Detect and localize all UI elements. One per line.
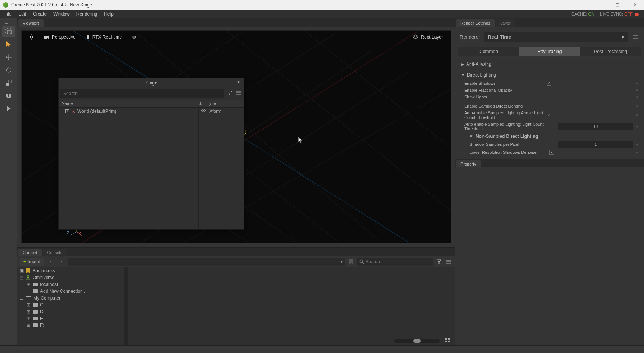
checkbox-fractional-opacity[interactable] (547, 88, 551, 92)
tab-property[interactable]: Property (456, 160, 481, 167)
window-maximize-button[interactable]: ▢ (611, 1, 623, 9)
viewport-settings-button[interactable] (26, 33, 37, 42)
svg-point-32 (203, 110, 204, 111)
section-direct-lighting[interactable]: ▼Direct Lighting (458, 70, 641, 80)
svg-point-20 (30, 36, 33, 38)
viewport-rendermode-button[interactable]: RTX Real-time (82, 33, 125, 41)
tool-play[interactable] (2, 103, 15, 114)
tab-viewport[interactable]: Viewport (18, 19, 44, 27)
nav-back-button[interactable]: ‹ (47, 258, 55, 266)
reset-dot-icon[interactable] (636, 83, 638, 84)
tree-item-omniverse[interactable]: ⊟Omniverse (17, 274, 128, 281)
tree-item-drive-f[interactable]: ⊞F: (17, 322, 128, 329)
stage-options-button[interactable] (235, 89, 243, 97)
content-filter-button[interactable] (435, 258, 443, 266)
viewport-area[interactable]: Perspective RTX Real-time Root Layer (17, 27, 455, 247)
checkbox-show-lights[interactable] (547, 95, 551, 99)
seg-postprocessing[interactable]: Post Processing (580, 47, 641, 56)
path-bar[interactable]: ▾ (68, 258, 345, 266)
expand-icon[interactable]: + (65, 109, 69, 113)
tool-move[interactable] (2, 52, 15, 63)
checkbox-enable-shadows[interactable] (547, 81, 551, 86)
tree-item-addconnection[interactable]: Add New Connection ... (17, 288, 128, 295)
stage-row-world[interactable]: + ⋏ World (defaultPrim) (59, 108, 198, 115)
window-minimize-button[interactable]: ― (593, 1, 605, 9)
import-button[interactable]: + Import (20, 258, 44, 266)
menu-window[interactable]: Window (50, 10, 73, 18)
thumbnail-size-slider[interactable] (394, 339, 440, 343)
content-options-button[interactable] (445, 258, 453, 266)
stage-header-name[interactable]: Name (62, 101, 198, 106)
svg-point-4 (6, 68, 11, 72)
content-main-area[interactable] (128, 267, 455, 345)
svg-rect-41 (448, 341, 450, 342)
window-close-button[interactable]: ✕ (630, 1, 641, 9)
svg-rect-40 (445, 341, 447, 342)
label-sampled-direct: Enable Sampled Direct Lighting (464, 104, 544, 108)
reset-dot-icon[interactable] (636, 105, 638, 107)
nav-forward-button[interactable]: › (57, 258, 65, 266)
viewport-camera-button[interactable]: Perspective (40, 33, 79, 41)
reset-dot-icon[interactable] (636, 89, 638, 91)
bookmark-button[interactable] (347, 258, 355, 266)
input-light-count-threshold[interactable]: 10 (558, 123, 633, 130)
reset-dot-icon[interactable] (636, 126, 638, 127)
svg-point-33 (360, 260, 363, 263)
checkbox-auto-sampled[interactable] (547, 113, 551, 117)
reset-dot-icon[interactable] (636, 144, 638, 145)
reset-dot-icon[interactable] (636, 96, 638, 98)
content-search-input[interactable] (357, 258, 433, 266)
tree-item-drive-d[interactable]: ⊞D: (17, 308, 128, 315)
menu-rendering[interactable]: Rendering (73, 10, 101, 18)
viewport-rootlayer-button[interactable]: Root Layer (409, 33, 446, 41)
status-bar (0, 345, 644, 353)
tree-item-drive-c[interactable]: ⊞C: (17, 301, 128, 308)
tree-item-bookmarks[interactable]: ▣Bookmarks (17, 267, 128, 274)
label-auto-sampled: Auto-enable Sampled Lighting Above Light… (464, 111, 544, 120)
tab-render-settings[interactable]: Render Settings (456, 19, 495, 27)
tool-select[interactable] (2, 26, 15, 37)
menu-help[interactable]: Help (101, 10, 117, 18)
svg-rect-5 (6, 83, 9, 86)
menu-edit[interactable]: Edit (15, 10, 30, 18)
grid-view-button[interactable] (443, 336, 451, 344)
tool-rotate[interactable] (2, 64, 15, 76)
tab-layer[interactable]: Layer (496, 19, 515, 27)
content-tree[interactable]: ▣Bookmarks ⊟Omniverse ⊞localhost Add New… (17, 267, 128, 345)
tab-console[interactable]: Console (43, 249, 67, 256)
input-shadow-samples[interactable]: 1 (558, 141, 633, 148)
tool-snap[interactable] (2, 90, 15, 102)
tree-item-localhost[interactable]: ⊞localhost (17, 281, 128, 288)
renderer-dropdown[interactable]: Real-Time ▾ (484, 32, 628, 42)
stage-title[interactable]: Stage ✕ (59, 78, 244, 87)
renderer-menu-button[interactable] (632, 33, 639, 41)
toolbar-grip-icon[interactable] (5, 20, 12, 23)
menu-create[interactable]: Create (30, 10, 50, 18)
content-browser: Content Console + Import ‹ › ▾ (17, 247, 455, 345)
stage-filter-button[interactable] (226, 89, 233, 97)
stage-search-input[interactable] (60, 89, 224, 98)
seg-common[interactable]: Common (458, 47, 519, 56)
tree-scrollbar[interactable] (124, 267, 128, 345)
seg-raytracing[interactable]: Ray Tracing (519, 47, 580, 56)
tab-content[interactable]: Content (18, 249, 42, 256)
reset-dot-icon[interactable] (636, 152, 638, 153)
subsection-non-sampled[interactable]: ▼Non-Sampled Direct Lighting (458, 132, 641, 140)
svg-point-24 (133, 36, 135, 38)
stage-panel[interactable]: Stage ✕ Name (58, 78, 244, 230)
section-anti-aliasing[interactable]: ▶Anti-Aliasing (458, 59, 641, 69)
label-enable-shadows: Enable Shadows (464, 81, 544, 86)
checkbox-lower-res-denoiser[interactable] (549, 150, 554, 155)
checkbox-sampled-direct[interactable] (547, 104, 551, 108)
eye-icon[interactable] (201, 109, 206, 112)
tree-item-drive-e[interactable]: ⊞E: (17, 315, 128, 322)
menubar: File Edit Create Window Rendering Help C… (0, 10, 644, 18)
stage-header-type[interactable]: Type (207, 101, 241, 106)
menu-file[interactable]: File (1, 10, 15, 18)
stage-close-button[interactable]: ✕ (235, 80, 242, 86)
reset-dot-icon[interactable] (636, 114, 638, 116)
viewport-visibility-button[interactable] (129, 33, 139, 42)
tree-item-mycomputer[interactable]: ⊟My Computer (17, 295, 128, 301)
tool-scale[interactable] (2, 77, 15, 89)
tool-cursor[interactable] (2, 39, 15, 50)
